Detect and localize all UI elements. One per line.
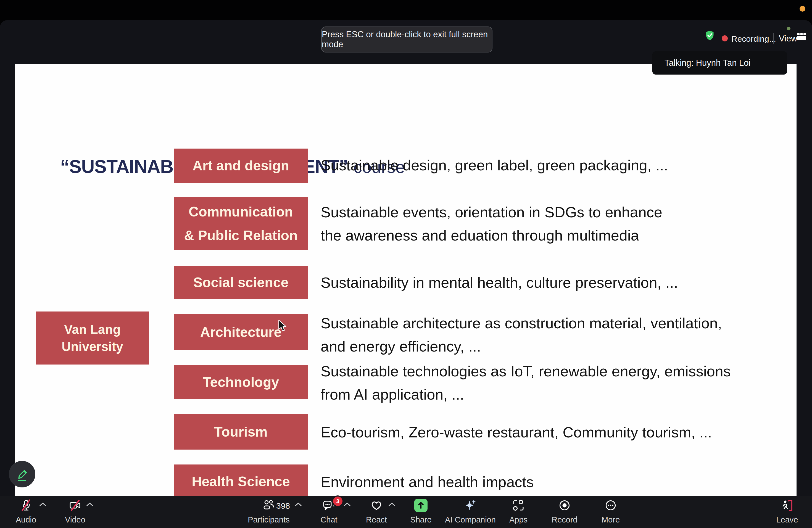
ai-sparkle-icon[interactable] [464,499,477,512]
react-chevron-up-icon[interactable] [388,502,395,507]
view-button[interactable]: View [779,34,797,44]
category-box-tourism: Tourism [174,414,308,450]
description-art-design: Sustainable design, green label, green p… [321,153,668,177]
description-social-science: Sustainability in mental health, culture… [321,271,678,294]
participants-chevron-up-icon[interactable] [295,502,302,507]
leave-button-label[interactable]: Leave [743,515,812,524]
description-tourism: Eco-tourism, Zero-waste restaurant, Comm… [321,421,712,444]
microphone-muted-icon[interactable] [19,499,33,512]
more-button-label[interactable]: More [566,515,655,524]
description-technology: Sustainable technologies as IoT, renewab… [321,360,731,406]
security-shield-icon[interactable] [705,30,715,41]
menubar-status-dot [800,6,806,12]
category-box-social-science: Social science [174,266,308,299]
description-health-science: Environment and health impacts [321,470,534,494]
gallery-view-icon[interactable] [797,32,807,41]
recording-status-label[interactable]: Recording... [731,34,776,44]
annotate-button[interactable] [9,461,35,487]
active-speaker-tooltip: Talking: Huynh Tan Loi [652,52,787,75]
university-box: Van Lang University [36,311,149,365]
ellipsis-icon[interactable] [604,499,617,512]
fullscreen-exit-tooltip: Press ESC or double-click to exit full s… [321,27,492,53]
shared-screen-slide: “SUSTAINABLE DEVELOPMENT” course Van Lan… [15,64,797,496]
mouse-cursor [278,320,288,333]
record-icon[interactable] [558,499,571,512]
chat-chevron-up-icon[interactable] [344,502,351,507]
pencil-icon [14,466,30,482]
topbar-divider [773,33,774,44]
apps-icon[interactable] [512,499,525,512]
heart-icon[interactable] [370,499,383,512]
chat-unread-badge: 3 [332,495,344,507]
recording-dot-icon [722,35,728,41]
description-communication: Sustainable events, orientation in SDGs … [321,201,662,247]
participants-count: 398 [276,501,290,511]
audio-chevron-up-icon[interactable] [39,502,46,507]
category-box-technology: Technology [174,365,308,399]
description-architecture: Sustainable architecture as construction… [321,311,722,358]
share-button[interactable] [414,499,427,512]
category-box-health-science: Health Science [174,465,308,499]
leave-door-icon[interactable] [781,499,794,512]
share-arrow-up-icon [416,500,426,510]
participants-icon[interactable] [262,499,275,512]
video-button-label[interactable]: Video [31,515,119,524]
camera-status-dot [787,27,791,30]
video-chevron-up-icon[interactable] [86,502,93,507]
category-box-communication: Communication & Public Relation [174,197,308,250]
category-box-art-design: Art and design [174,149,308,183]
zoom-meeting-fullscreen: “SUSTAINABLE DEVELOPMENT” course Van Lan… [0,0,812,528]
camera-muted-icon[interactable] [69,499,82,512]
